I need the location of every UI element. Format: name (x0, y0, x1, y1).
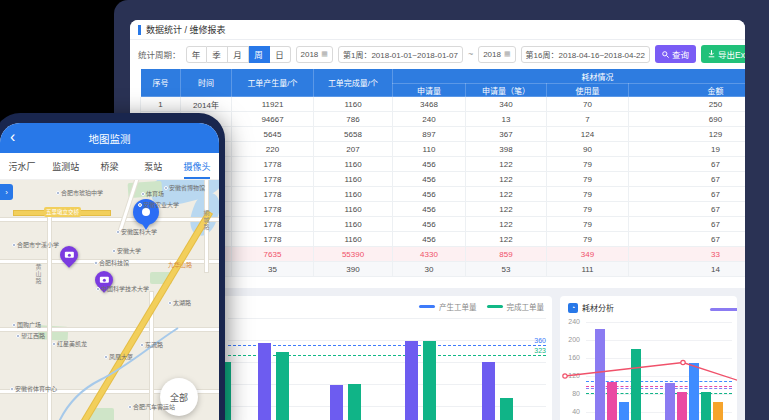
materials-chart-title: 耗材分析 (582, 302, 614, 313)
table-row[interactable]: 12014年119211160346834070250 (141, 97, 746, 112)
map-poi-label: 中国科学技术大学 (96, 284, 149, 293)
materials-legend-stub (710, 308, 737, 311)
map-poi-label: 安徽省博物馆 (164, 183, 205, 192)
export-button-label: 导出Excel (718, 48, 745, 60)
query-button[interactable]: 查询 (655, 45, 696, 63)
poi-dot-icon (164, 186, 168, 190)
reference-value: 360 (534, 337, 546, 344)
col-orders-done: 工单完成量/个 (314, 69, 393, 97)
chart-icon: ◔ (568, 303, 578, 313)
gridline (586, 322, 732, 323)
range-separator: ~ (468, 49, 473, 59)
map-poi-label: 国购广场 (12, 320, 41, 329)
week-start-value: 第1周：2018-01-01~2018-01-07 (343, 49, 458, 60)
table-total-row[interactable]: 合计763555390433085934933 (141, 247, 746, 262)
period-option-年[interactable]: 年 (186, 46, 207, 63)
phone-tab-污水厂[interactable]: 污水厂 (0, 153, 44, 179)
poi-dot-icon (56, 191, 60, 195)
back-chevron-icon[interactable]: ‹ (10, 127, 15, 147)
table-row[interactable]: 8177811604561227967 (141, 202, 746, 217)
report-table: 序号 时间 工单产生量/个 工单完成量/个 耗材情况 申请量 申请量（笔） 使用… (140, 68, 745, 277)
materials-bar (689, 363, 699, 420)
map-poi-label: 安徽农业大学 (138, 200, 179, 209)
week-start-input[interactable]: 第1周：2018-01-01~2018-01-07 (338, 46, 463, 63)
phone-tab-桥梁[interactable]: 桥梁 (88, 153, 132, 179)
table-average-row[interactable]: 平均值35390305311114 (141, 262, 746, 277)
export-excel-button[interactable]: 导出Excel (701, 45, 745, 63)
period-option-季[interactable]: 季 (207, 46, 228, 63)
table-row[interactable]: 7177811604561227967 (141, 187, 746, 202)
phone-tab-摄像头[interactable]: 摄像头 (175, 153, 219, 179)
calendar-icon: ▦ (321, 50, 328, 58)
bar-completed (348, 384, 361, 420)
chart-legend: 产生工单量完成工单量 (419, 301, 544, 312)
subcol-apply: 申请量 (393, 84, 466, 97)
poi-dot-icon (52, 342, 56, 346)
table-row[interactable]: 294667786240137690 (141, 112, 746, 127)
gridline (586, 358, 732, 359)
map-poi-label: 桐城路 (202, 210, 211, 231)
period-option-月[interactable]: 月 (228, 46, 249, 63)
col-time: 时间 (181, 69, 232, 97)
y-axis-tick: 40 (562, 408, 580, 415)
work-order-chart-card: 产生工单量完成工单量 360323 (222, 296, 552, 420)
phone-header: ‹ 地图监测 (0, 123, 219, 153)
materials-bar (713, 402, 723, 420)
map-poi-label: 安徽大学 (112, 246, 141, 255)
query-button-label: 查询 (672, 48, 689, 60)
poi-dot-icon (96, 287, 100, 291)
map-expand-button[interactable]: › (0, 184, 13, 200)
poi-dot-icon (94, 261, 98, 265)
legend-item[interactable]: 完成工单量 (487, 301, 545, 312)
map-poi-label: 望江西路 (16, 331, 45, 340)
camera-icon (100, 277, 109, 283)
breadcrumb-accent-bar (138, 25, 141, 35)
phone-tab-泵站[interactable]: 泵站 (131, 153, 175, 179)
materials-bar (701, 392, 711, 420)
col-serial: 序号 (141, 69, 181, 97)
y-axis-tick: 120 (562, 372, 580, 379)
map-poi-label: 黄山路 (34, 264, 43, 285)
map-poi-label: 五里墩立交桥 (44, 207, 81, 217)
bar-completed (276, 352, 289, 420)
table-row[interactable]: 356455658897367124129 (141, 127, 746, 142)
subcol-amount: 金额 (629, 84, 746, 97)
col-orders-created: 工单产生量/个 (232, 69, 314, 97)
map-poi-label: 合肥汽车客运站 (128, 402, 175, 411)
subcol-used: 使用量 (547, 84, 629, 97)
poi-dot-icon (12, 323, 16, 327)
table-row[interactable]: 9177811604561227967 (141, 217, 746, 232)
week-end-input[interactable]: 第16周：2018-04-16~2018-04-22 (521, 46, 650, 63)
search-icon (662, 51, 669, 58)
table-row[interactable]: 10177811604561227967 (141, 232, 746, 247)
bar-created (330, 385, 343, 420)
table-row[interactable]: 6177811604561227967 (141, 172, 746, 187)
camera-icon (65, 252, 74, 258)
table-row[interactable]: 5177811604561227967 (141, 157, 746, 172)
period-option-日[interactable]: 日 (270, 46, 291, 63)
legend-swatch (487, 305, 503, 308)
poi-dot-icon (168, 301, 172, 305)
map-poi-label: 九华山路 (168, 260, 192, 269)
map-poi-label: 合肥市宁溪小学 (12, 240, 59, 249)
poi-dot-icon (128, 405, 132, 409)
period-option-周[interactable]: 周 (249, 46, 270, 63)
gridline (586, 340, 732, 341)
year-end-select[interactable]: 2018 ▦ (478, 46, 515, 63)
table-row[interactable]: 42202071103989019 (141, 142, 746, 157)
reference-line: 360 (228, 345, 546, 346)
y-axis-tick: 200 (562, 336, 580, 343)
calendar-icon: ▦ (504, 50, 511, 58)
legend-label: 产生工单量 (439, 301, 477, 312)
phone-page-title: 地图监测 (89, 131, 131, 146)
map-view[interactable]: › 全部 合肥市琥珀中学体育场安徽农业大学安徽省博物馆桐城路五里墩立交桥安徽医科… (0, 180, 219, 420)
year-start-select[interactable]: 2018 ▦ (296, 46, 333, 63)
materials-bar (607, 382, 617, 420)
materials-bar (631, 349, 641, 420)
map-poi-label: 东流路 (140, 340, 163, 349)
legend-item[interactable]: 产生工单量 (419, 301, 477, 312)
phone-tab-监测站[interactable]: 监测站 (44, 153, 88, 179)
screenshot-root: 数据统计 / 维修报表 统计周期： 年季月周日 2018 ▦ 第1周：2018-… (0, 0, 769, 420)
poi-dot-icon (140, 343, 144, 347)
gridline (228, 340, 546, 341)
